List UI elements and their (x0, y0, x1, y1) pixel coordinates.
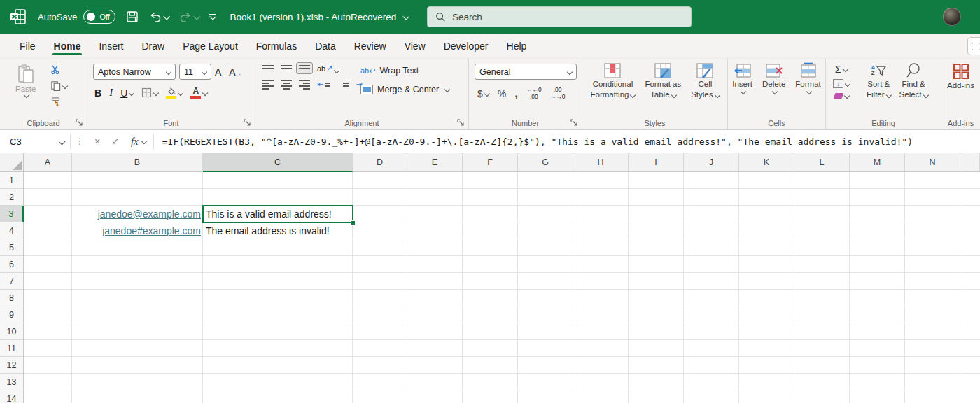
autosave-toggle[interactable]: Off (83, 10, 115, 24)
number-dialog-launcher-icon[interactable] (570, 118, 578, 127)
sort-filter-button[interactable]: A Z Sort & Filter (867, 62, 891, 100)
font-color-button[interactable]: A (190, 87, 207, 99)
conditional-formatting-button[interactable]: Conditional Formatting (590, 62, 635, 100)
tab-file[interactable]: File (10, 34, 45, 58)
cancel-button[interactable]: × (89, 136, 106, 147)
insert-cells-button[interactable]: Insert (732, 62, 752, 94)
borders-button[interactable] (141, 87, 158, 98)
column-header-n[interactable]: N (905, 153, 960, 172)
grid-body[interactable]: janedoe@example.comjanedoe#example.comTh… (24, 172, 980, 403)
tab-view[interactable]: View (396, 34, 435, 58)
increase-decimal-button[interactable]: ←←0 .00 (526, 87, 542, 101)
row-header-14[interactable]: 14 (0, 390, 24, 403)
column-header-j[interactable]: J (684, 153, 739, 172)
delete-cells-button[interactable]: Delete (762, 62, 785, 94)
column-header-b[interactable]: B (72, 153, 203, 172)
excel-app-icon[interactable] (9, 8, 27, 26)
align-center-button[interactable] (281, 80, 292, 90)
bold-button[interactable]: B (94, 87, 102, 99)
cell-b4[interactable]: janedoe#example.com (72, 222, 203, 239)
alignment-dialog-launcher-icon[interactable] (456, 118, 465, 127)
row-header-12[interactable]: 12 (0, 357, 24, 374)
row-header-9[interactable]: 9 (0, 306, 24, 323)
wrap-text-button[interactable]: ab↩ Wrap Text (360, 66, 449, 76)
decrease-decimal-button[interactable]: .00 →→0 (550, 87, 566, 101)
column-header-d[interactable]: D (353, 153, 407, 172)
format-painter-button[interactable] (50, 97, 67, 107)
cell-styles-button[interactable]: Cell Styles (691, 62, 719, 100)
tab-help[interactable]: Help (498, 34, 536, 58)
name-box[interactable]: C3 (0, 136, 70, 147)
column-header-l[interactable]: L (794, 153, 850, 172)
row-header-11[interactable]: 11 (0, 340, 24, 357)
cell-c4[interactable]: The email address is invalid! (203, 222, 353, 239)
column-header-i[interactable]: I (629, 153, 684, 172)
row-header-2[interactable]: 2 (0, 189, 24, 206)
find-select-button[interactable]: Find & Select (899, 62, 928, 100)
search-box[interactable]: Search (427, 6, 692, 27)
cell-c3[interactable]: This is a valid email address! (203, 206, 353, 222)
clear-button[interactable] (833, 93, 850, 99)
decrease-font-size-button[interactable]: Aˇ (229, 66, 239, 78)
document-title[interactable]: Book1 (version 1).xlsb - AutoRecovered (230, 12, 408, 22)
tab-home[interactable]: Home (45, 34, 90, 58)
increase-font-size-button[interactable]: Aˆ (215, 66, 225, 78)
align-right-button[interactable] (299, 80, 310, 90)
column-header-c[interactable]: C (203, 153, 353, 172)
chevron-down-icon[interactable] (164, 13, 171, 20)
middle-align-button[interactable] (281, 65, 292, 72)
row-header-3[interactable]: 3 (0, 206, 24, 222)
chevron-down-icon[interactable] (194, 13, 201, 20)
column-header-f[interactable]: F (463, 153, 518, 172)
tab-data[interactable]: Data (306, 34, 345, 58)
row-header-7[interactable]: 7 (0, 273, 24, 290)
tab-developer[interactable]: Developer (435, 34, 498, 58)
cell-b3[interactable]: janedoe@example.com (72, 206, 203, 222)
orientation-button[interactable]: ab ↗ (317, 64, 339, 73)
row-header-8[interactable]: 8 (0, 290, 24, 306)
column-header-a[interactable]: A (24, 153, 72, 172)
column-header-k[interactable]: K (739, 153, 794, 172)
tab-page-layout[interactable]: Page Layout (174, 34, 247, 58)
select-all-button[interactable] (0, 153, 24, 172)
insert-function-button[interactable]: fx (125, 136, 140, 148)
save-icon[interactable] (126, 10, 139, 23)
row-header-1[interactable]: 1 (0, 172, 24, 189)
font-dialog-launcher-icon[interactable] (243, 118, 251, 127)
autosum-button[interactable]: Σ (833, 64, 850, 74)
fill-button[interactable]: ↓ (833, 79, 850, 88)
italic-button[interactable]: I (109, 87, 113, 99)
row-header-13[interactable]: 13 (0, 374, 24, 390)
format-as-table-button[interactable]: Format as Table (645, 62, 681, 100)
tab-formulas[interactable]: Formulas (247, 34, 306, 58)
formula-input[interactable]: =IF(REGEXTEST(B3, "^[a-zA-Z0-9._%+-]+@[a… (154, 136, 913, 147)
chevron-down-icon[interactable] (141, 139, 147, 144)
bottom-align-button[interactable] (296, 62, 313, 75)
cut-button[interactable] (50, 64, 67, 75)
row-header-10[interactable]: 10 (0, 323, 24, 340)
currency-format-button[interactable]: $ (477, 88, 489, 99)
decrease-indent-button[interactable]: ⇤ (317, 80, 336, 89)
merge-center-button[interactable]: Merge & Center (360, 85, 449, 94)
fill-color-button[interactable] (166, 87, 183, 99)
font-size-select[interactable]: 11 (179, 64, 211, 80)
more-dots-icon[interactable]: ⋮ (71, 136, 89, 146)
comma-format-button[interactable]: , (514, 87, 518, 101)
redo-button[interactable] (179, 10, 199, 23)
column-header-g[interactable]: G (518, 153, 573, 172)
tab-review[interactable]: Review (345, 34, 396, 58)
clipboard-dialog-launcher-icon[interactable] (75, 118, 83, 127)
increase-indent-button[interactable]: ⇥ (343, 80, 362, 89)
font-name-select[interactable]: Aptos Narrow (93, 64, 176, 80)
align-left-button[interactable] (262, 80, 274, 90)
copy-button[interactable] (50, 80, 67, 91)
enter-button[interactable]: ✓ (106, 136, 125, 147)
tab-draw[interactable]: Draw (132, 34, 174, 58)
format-cells-button[interactable]: Format (795, 62, 820, 94)
top-align-button[interactable] (262, 65, 274, 72)
row-header-5[interactable]: 5 (0, 239, 24, 256)
addins-button[interactable]: Add-ins (947, 62, 974, 91)
number-format-select[interactable]: General (475, 64, 577, 80)
row-header-4[interactable]: 4 (0, 222, 24, 239)
paste-button[interactable]: Paste (15, 64, 36, 97)
